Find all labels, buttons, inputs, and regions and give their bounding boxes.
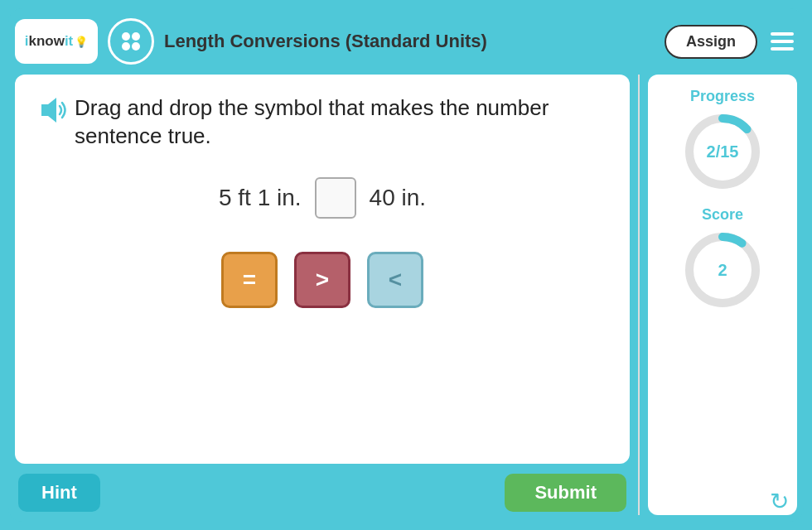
score-value: 2 <box>718 261 727 280</box>
sound-icon[interactable] <box>38 96 66 124</box>
app-container: iknowit 💡 Length Conversions (Standard U… <box>8 8 804 522</box>
bottom-bar: Hint Submit <box>15 470 630 515</box>
score-section: Score 2 <box>681 206 764 311</box>
symbol-equals[interactable]: = <box>221 252 278 308</box>
logo: iknowit 💡 <box>15 19 98 64</box>
progress-value: 2/15 <box>707 142 739 161</box>
symbol-greater[interactable]: > <box>294 252 350 308</box>
menu-button[interactable] <box>767 29 797 54</box>
question-panel: Drag and drop the symbol that makes the … <box>15 75 630 464</box>
hint-button[interactable]: Hint <box>18 474 100 512</box>
left-value: 5 ft 1 in. <box>219 185 302 211</box>
svg-point-3 <box>132 42 140 51</box>
svg-point-2 <box>122 42 130 51</box>
score-label: Score <box>702 206 743 224</box>
progress-ring: 2/15 <box>681 110 764 193</box>
svg-point-0 <box>122 32 130 41</box>
equation-area: 5 ft 1 in. 40 in. <box>38 177 607 219</box>
main-area: Drag and drop the symbol that makes the … <box>15 75 797 515</box>
progress-section: Progress 2/15 <box>681 88 764 193</box>
drop-target[interactable] <box>315 177 356 219</box>
header: iknowit 💡 Length Conversions (Standard U… <box>15 15 797 68</box>
score-ring: 2 <box>681 229 764 311</box>
assign-button[interactable]: Assign <box>665 25 757 59</box>
sidebar: Progress 2/15 Score 2 <box>648 75 797 515</box>
progress-label: Progress <box>690 88 755 105</box>
right-value: 40 in. <box>370 185 427 211</box>
question-text: Drag and drop the symbol that makes the … <box>38 94 607 151</box>
activity-title: Length Conversions (Standard Units) <box>164 31 655 52</box>
svg-marker-4 <box>41 98 56 123</box>
main-left: Drag and drop the symbol that makes the … <box>15 75 630 515</box>
submit-button[interactable]: Submit <box>505 474 626 512</box>
vertical-divider <box>638 75 640 515</box>
svg-point-1 <box>132 32 140 41</box>
activity-icon <box>108 18 154 65</box>
symbols-area: = > < <box>38 252 607 308</box>
symbol-less[interactable]: < <box>367 252 423 308</box>
back-button[interactable]: ↻ <box>770 488 789 515</box>
